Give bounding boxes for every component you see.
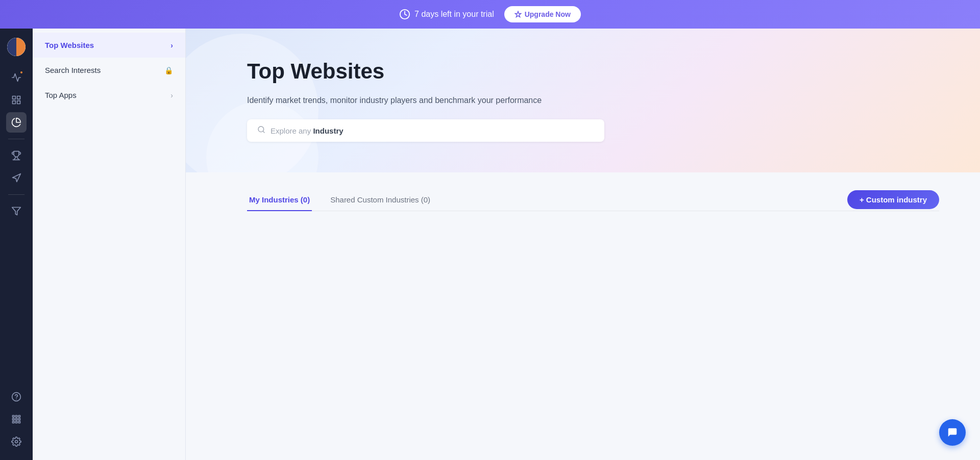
filter-icon xyxy=(11,206,21,216)
svg-rect-12 xyxy=(15,418,17,420)
tab-actions: + Custom industry xyxy=(847,190,939,209)
tabs-row: My Industries (0) Shared Custom Industri… xyxy=(247,189,939,211)
grid-icon xyxy=(11,414,21,424)
sidebar-market-btn[interactable] xyxy=(6,112,27,133)
svg-rect-1 xyxy=(13,96,16,99)
megaphone-icon xyxy=(11,173,21,183)
sidebar-bottom xyxy=(6,387,27,452)
nav-item-top-apps[interactable]: Top Apps › xyxy=(33,83,185,108)
icon-sidebar xyxy=(0,29,33,460)
sparkle-icon xyxy=(514,11,522,18)
chevron-right-2-icon: › xyxy=(170,91,173,99)
svg-rect-9 xyxy=(15,416,17,417)
sidebar-settings-btn[interactable] xyxy=(6,431,27,452)
sidebar-divider-1 xyxy=(8,139,24,139)
settings-icon xyxy=(11,437,21,447)
nav-item-search-interests[interactable]: Search Interests 🔒 xyxy=(33,58,185,83)
logo[interactable] xyxy=(6,37,27,57)
trial-banner: 7 days left in your trial Upgrade Now xyxy=(0,0,980,29)
chat-support-button[interactable] xyxy=(939,419,966,446)
svg-point-17 xyxy=(15,441,18,443)
tab-shared-industries[interactable]: Shared Custom Industries (0) xyxy=(328,189,432,211)
svg-rect-4 xyxy=(13,101,16,104)
svg-rect-15 xyxy=(15,421,17,423)
notification-dot xyxy=(19,70,23,74)
sidebar-trophy-btn[interactable] xyxy=(6,145,27,166)
svg-line-19 xyxy=(263,131,264,133)
clock-icon xyxy=(399,9,410,20)
sidebar-megaphone-btn[interactable] xyxy=(6,168,27,188)
svg-rect-10 xyxy=(18,416,20,417)
svg-rect-16 xyxy=(18,421,20,423)
sidebar-filter-btn[interactable] xyxy=(6,201,27,221)
nav-item-top-websites[interactable]: Top Websites › xyxy=(33,33,185,58)
search-icon xyxy=(257,125,265,136)
nav-sidebar: Top Websites › Search Interests 🔒 Top Ap… xyxy=(33,29,186,460)
sidebar-help-btn[interactable] xyxy=(6,387,27,407)
chat-icon xyxy=(947,427,958,438)
dashboard-icon xyxy=(11,95,21,105)
tab-my-industries[interactable]: My Industries (0) xyxy=(247,189,312,211)
page-title: Top Websites xyxy=(247,59,939,84)
content-area: Top Websites Identify market trends, mon… xyxy=(186,29,980,460)
svg-rect-3 xyxy=(17,101,20,104)
main-layout: Top Websites › Search Interests 🔒 Top Ap… xyxy=(0,29,980,460)
chevron-right-icon: › xyxy=(170,41,173,49)
lower-content: My Industries (0) Shared Custom Industri… xyxy=(186,172,980,460)
trial-text: 7 days left in your trial xyxy=(399,9,494,20)
svg-rect-2 xyxy=(17,96,20,99)
svg-rect-13 xyxy=(18,418,20,420)
custom-industry-button[interactable]: + Custom industry xyxy=(847,190,939,209)
lock-icon: 🔒 xyxy=(164,66,173,74)
svg-rect-14 xyxy=(13,421,14,423)
sidebar-grid-btn[interactable] xyxy=(6,409,27,429)
pie-chart-icon xyxy=(11,117,21,127)
sidebar-analytics-btn[interactable] xyxy=(6,67,27,88)
sidebar-divider-2 xyxy=(8,194,24,195)
search-placeholder: Explore any Industry xyxy=(271,126,344,135)
svg-rect-11 xyxy=(13,418,14,420)
hero-section: Top Websites Identify market trends, mon… xyxy=(186,29,980,172)
sidebar-dashboard-btn[interactable] xyxy=(6,90,27,110)
svg-rect-8 xyxy=(13,416,14,417)
hero-subtitle: Identify market trends, monitor industry… xyxy=(247,96,939,105)
help-icon xyxy=(11,392,21,402)
industry-search-bar[interactable]: Explore any Industry xyxy=(247,119,604,142)
trophy-icon xyxy=(11,150,21,161)
upgrade-button[interactable]: Upgrade Now xyxy=(504,6,581,22)
svg-marker-5 xyxy=(12,208,21,215)
